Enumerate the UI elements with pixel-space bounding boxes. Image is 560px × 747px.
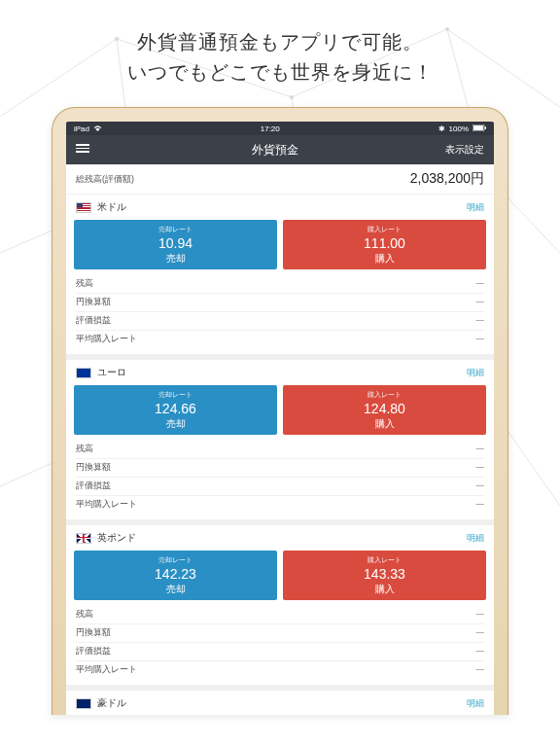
row-pl: 評価損益— (76, 478, 484, 496)
currency-header: ユーロ 明細 (66, 360, 494, 385)
buy-action-label: 購入 (283, 583, 486, 596)
row-balance: 残高— (76, 441, 484, 459)
detail-rows: 残高— 円換算額— 評価損益— 平均購入レート— (66, 441, 494, 519)
buy-button[interactable]: 購入レート 111.00 購入 (283, 220, 486, 269)
detail-rows: 残高— 円換算額— 評価損益— 平均購入レート— (66, 275, 494, 354)
row-jpy: 円換算額— (76, 624, 484, 643)
promo-line-2: いつでもどこでも世界を身近に！ (19, 57, 541, 88)
sell-rate-label: 売却レート (74, 225, 277, 234)
currency-card: 米ドル 明細 売却レート 10.94 売却 購入レート 111.00 購入 残高… (66, 195, 494, 360)
buy-button[interactable]: 購入レート 143.33 購入 (283, 551, 486, 600)
sell-rate-label: 売却レート (74, 555, 277, 565)
buy-action-label: 購入 (283, 252, 486, 266)
detail-rows: 残高— 円換算額— 評価損益— 平均購入レート— (66, 606, 494, 685)
buy-rate-label: 購入レート (283, 390, 486, 400)
sell-action-label: 売却 (74, 417, 277, 431)
sell-rate-value: 124.66 (74, 401, 277, 416)
row-jpy: 円換算額— (76, 294, 484, 312)
screen: iPad 17:20 ✱ 100% 外貨預金 表示設定 (66, 122, 494, 715)
row-balance: 残高— (76, 275, 484, 294)
currency-header: 米ドル 明細 (66, 195, 494, 220)
flag-icon (76, 698, 91, 709)
svg-rect-8 (485, 126, 486, 129)
battery-icon (472, 124, 486, 133)
sell-button[interactable]: 売却レート 124.66 売却 (74, 385, 277, 435)
currency-name: 米ドル (97, 200, 126, 214)
buy-rate-label: 購入レート (283, 225, 486, 234)
flag-icon (76, 533, 91, 544)
flag-icon (76, 368, 91, 378)
sell-action-label: 売却 (74, 583, 277, 596)
tablet-frame: iPad 17:20 ✱ 100% 外貨預金 表示設定 (52, 107, 508, 715)
currency-name: 英ポンド (97, 531, 136, 545)
detail-link[interactable]: 明細 (467, 367, 484, 379)
row-jpy: 円換算額— (76, 459, 484, 478)
promo-text: 外貨普通預金もアプリで可能。 いつでもどこでも世界を身近に！ (0, 0, 560, 107)
row-avg: 平均購入レート— (76, 496, 484, 514)
content-area: 総残高(評価額) 2,038,200円 米ドル 明細 売却レート 10.94 売… (66, 164, 494, 715)
sell-rate-value: 10.94 (74, 235, 277, 251)
sell-action-label: 売却 (74, 252, 277, 266)
svg-rect-7 (473, 125, 483, 130)
buy-rate-value: 111.00 (283, 235, 486, 251)
row-pl: 評価損益— (76, 643, 484, 661)
buy-rate-label: 購入レート (283, 555, 486, 565)
wifi-icon (93, 124, 102, 133)
sell-button[interactable]: 売却レート 142.23 売却 (74, 551, 277, 600)
nav-bar: 外貨預金 表示設定 (66, 135, 494, 164)
carrier-label: iPad (74, 124, 89, 133)
currency-name: ユーロ (97, 366, 126, 379)
total-amount: 2,038,200円 (410, 170, 484, 188)
display-settings-button[interactable]: 表示設定 (426, 143, 484, 157)
page-title: 外貨預金 (124, 142, 426, 159)
battery-percent: 100% (449, 124, 469, 133)
total-label: 総残高(評価額) (76, 173, 134, 186)
row-balance: 残高— (76, 606, 484, 624)
promo-line-1: 外貨普通預金もアプリで可能。 (19, 27, 541, 57)
currency-card: ユーロ 明細 売却レート 124.66 売却 購入レート 124.80 購入 残… (66, 360, 494, 525)
menu-icon[interactable] (76, 142, 89, 155)
row-avg: 平均購入レート— (76, 331, 484, 348)
sell-button[interactable]: 売却レート 10.94 売却 (74, 220, 277, 269)
buy-button[interactable]: 購入レート 124.80 購入 (283, 385, 486, 435)
status-bar: iPad 17:20 ✱ 100% (66, 122, 494, 135)
currency-header: 豪ドル 明細 (66, 691, 494, 715)
detail-link[interactable]: 明細 (467, 201, 484, 214)
detail-link[interactable]: 明細 (467, 532, 484, 545)
statusbar-time: 17:20 (102, 124, 438, 133)
row-avg: 平均購入レート— (76, 661, 484, 679)
currency-card: 英ポンド 明細 売却レート 142.23 売却 購入レート 143.33 購入 … (66, 525, 494, 691)
currency-header: 英ポンド 明細 (66, 525, 494, 551)
sell-rate-label: 売却レート (74, 390, 277, 400)
total-balance-bar: 総残高(評価額) 2,038,200円 (66, 164, 494, 195)
currency-name: 豪ドル (97, 696, 126, 710)
buy-rate-value: 143.33 (283, 566, 486, 582)
bluetooth-icon: ✱ (438, 124, 445, 133)
flag-icon (76, 202, 91, 213)
buy-action-label: 購入 (283, 417, 486, 431)
buy-rate-value: 124.80 (283, 401, 486, 416)
row-pl: 評価損益— (76, 312, 484, 331)
detail-link[interactable]: 明細 (467, 697, 484, 710)
currency-card: 豪ドル 明細 売却レート 81.75 売却 購入レート 82.25 購入 残高— (66, 691, 494, 715)
sell-rate-value: 142.23 (74, 566, 277, 582)
